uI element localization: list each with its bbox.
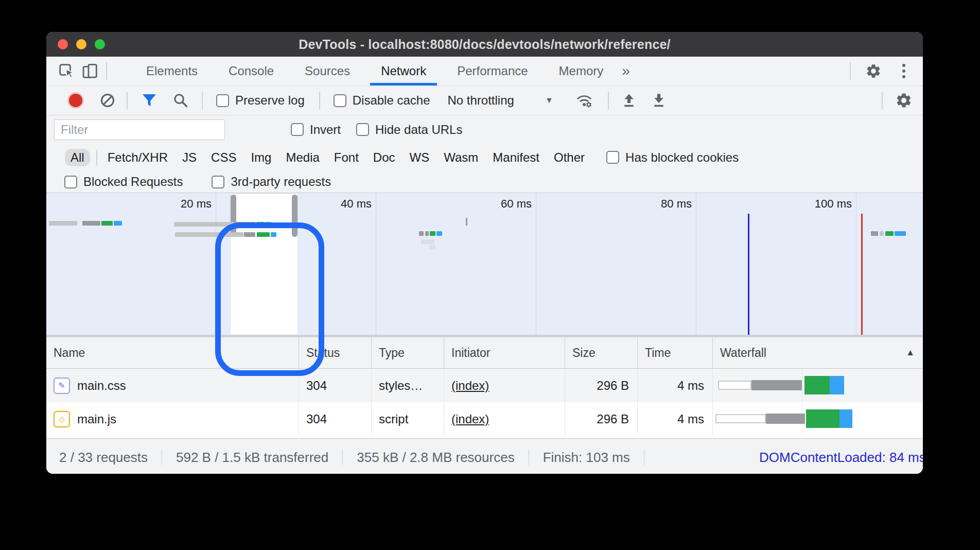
sort-ascending-icon[interactable]: ▲ [906,348,915,358]
waterfall-download-bar [830,376,844,394]
inspect-element-icon[interactable] [58,57,75,85]
column-header-type[interactable]: Type [372,337,444,368]
zoom-window-button[interactable] [95,39,105,49]
overview-bar [895,231,906,236]
tab-network[interactable]: Network [367,57,440,85]
export-har-icon[interactable] [651,93,667,108]
waterfall-stalled-bar [766,414,805,424]
device-toolbar-icon[interactable] [81,57,99,85]
disable-cache-label[interactable]: Disable cache [353,93,430,108]
title-bar[interactable]: DevTools - localhost:8080/docs/devtools/… [46,32,923,57]
has-blocked-cookies-checkbox[interactable] [606,151,619,164]
domcontentloaded-marker-line [748,214,749,335]
invert-checkbox[interactable] [291,123,304,136]
initiator-link[interactable]: (index) [451,412,489,426]
import-har-icon[interactable] [621,93,637,108]
minimize-window-button[interactable] [76,39,86,49]
blocked-requests-label[interactable]: Blocked Requests [83,175,183,189]
request-name: main.css [77,379,126,393]
network-settings-gear-icon[interactable] [895,92,913,109]
desktop-background: DevTools - localhost:8080/docs/devtools/… [0,0,980,550]
filter-input[interactable] [54,119,225,140]
type-filter-fetch-xhr[interactable]: Fetch/XHR [108,150,168,165]
overview-bar [271,232,276,237]
type-filter-css[interactable]: CSS [211,150,236,165]
request-type: script [372,402,444,436]
invert-label[interactable]: Invert [310,123,341,137]
kebab-menu-icon[interactable] [900,57,907,85]
column-header-name[interactable]: Name [46,337,299,368]
requests-table-header: Name Status Type Initiator Size Time Wat… [46,337,923,369]
overview-bar [82,221,100,226]
hide-data-urls-label[interactable]: Hide data URLs [375,123,462,137]
tab-console[interactable]: Console [215,57,287,85]
column-header-initiator[interactable]: Initiator [444,337,565,368]
filter-funnel-icon[interactable] [141,93,157,108]
waterfall-queueing-bar [715,414,766,423]
overview-bar [421,239,434,244]
column-header-waterfall[interactable]: Waterfall ▲ [713,337,923,368]
tab-memory[interactable]: Memory [546,57,617,85]
settings-gear-icon[interactable] [864,57,883,85]
resource-type-filter-row: All Fetch/XHR JS CSS Img Media Font Doc … [46,144,923,171]
column-header-time[interactable]: Time [638,337,713,368]
finish-time-summary: Finish: 103 ms [529,450,644,466]
type-filter-ws[interactable]: WS [410,150,430,165]
overview-bar [49,221,77,226]
column-header-size[interactable]: Size [565,337,638,368]
search-icon[interactable] [173,93,188,108]
type-filter-img[interactable]: Img [251,150,271,165]
overview-bar [244,232,255,237]
throttling-caret-icon[interactable]: ▼ [545,96,553,105]
tab-elements[interactable]: Elements [133,57,211,85]
third-party-requests-label[interactable]: 3rd-party requests [231,175,331,189]
tick-label-20ms: 20 ms [155,197,212,211]
preserve-log-checkbox[interactable] [216,94,229,107]
type-filter-all[interactable]: All [65,149,90,166]
record-network-log-button[interactable] [69,94,82,107]
type-filter-media[interactable]: Media [286,150,319,165]
waterfall-waiting-bar [806,409,839,428]
table-row[interactable]: ◇ main.js 304 script (index) 296 B 4 ms [46,402,923,436]
request-initiator: (index) [444,402,565,436]
disable-cache-checkbox[interactable] [334,94,346,107]
tab-sources[interactable]: Sources [291,57,363,85]
hide-data-urls-checkbox[interactable] [356,123,369,136]
overview-bar [885,231,894,236]
network-conditions-icon[interactable] [575,92,593,109]
gridline-40ms [376,193,376,335]
throttling-dropdown[interactable]: No throttling [447,93,514,108]
close-window-button[interactable] [58,39,68,49]
table-row[interactable]: ✎ main.css 304 styles… (index) 296 B 4 m… [46,369,923,402]
tick-label-60ms: 60 ms [475,197,532,211]
tab-performance[interactable]: Performance [444,57,541,85]
more-tabs-chevron-icon[interactable]: » [617,57,635,85]
initiator-link[interactable]: (index) [451,379,489,393]
overview-bar [174,222,234,227]
type-filter-font[interactable]: Font [334,150,359,165]
request-waterfall [713,369,923,402]
waterfall-stalled-bar [751,380,802,390]
column-header-status[interactable]: Status [299,337,372,368]
transferred-summary: 592 B / 1.5 kB transferred [162,450,342,466]
blocked-requests-checkbox[interactable] [64,176,77,188]
type-filter-wasm[interactable]: Wasm [444,150,478,165]
type-filter-manifest[interactable]: Manifest [493,150,539,165]
third-party-requests-checkbox[interactable] [212,176,224,188]
has-blocked-cookies-label[interactable]: Has blocked cookies [625,150,739,165]
window-title: DevTools - localhost:8080/docs/devtools/… [299,37,670,52]
waterfall-waiting-bar [804,376,830,394]
preserve-log-label[interactable]: Preserve log [235,93,305,108]
tick-label-40ms: 40 ms [315,197,372,211]
clear-network-log-icon[interactable] [100,93,115,108]
network-overview-timeline[interactable]: 20 ms 40 ms 60 ms 80 ms 100 ms [46,193,923,337]
selection-left-handle[interactable] [231,195,236,237]
overview-selected-range[interactable] [231,194,297,335]
selection-right-handle[interactable] [292,195,297,237]
type-filter-js[interactable]: JS [182,150,197,165]
stylesheet-file-icon: ✎ [54,377,70,394]
traffic-lights [58,32,105,57]
gridline-80ms [696,193,696,335]
type-filter-doc[interactable]: Doc [373,150,395,165]
type-filter-other[interactable]: Other [554,150,585,165]
